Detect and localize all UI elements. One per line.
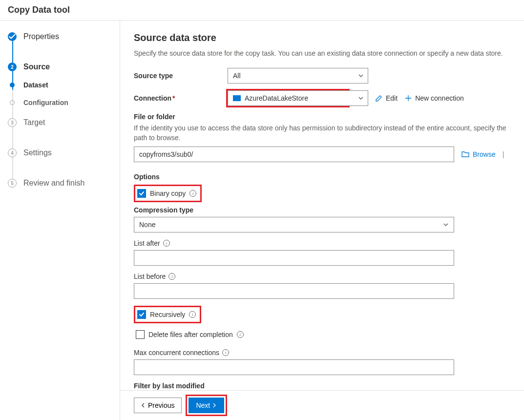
delete-after-checkbox-row: Delete files after completion i <box>134 327 248 342</box>
step-number-icon: 4 <box>8 148 17 157</box>
info-icon[interactable]: i <box>163 240 170 247</box>
page-title: Copy Data tool <box>8 5 516 15</box>
max-conn-label: Max concurrent connections i <box>134 349 510 357</box>
folder-icon <box>461 150 470 159</box>
chevron-down-icon <box>358 73 364 79</box>
info-icon[interactable]: i <box>189 311 196 318</box>
file-or-folder-label: File or folder <box>134 113 510 121</box>
select-value: AzureDataLakeStore <box>245 94 308 102</box>
step-label: Settings <box>23 148 52 157</box>
step-properties[interactable]: Properties <box>8 32 112 41</box>
page-header: Copy Data tool <box>0 0 524 21</box>
wizard-sidebar: Properties 2 Source Dataset Configuratio… <box>0 21 120 420</box>
check-icon <box>139 190 145 196</box>
step-label: Properties <box>23 32 59 41</box>
recursively-checkbox[interactable] <box>137 310 146 319</box>
file-or-folder-help: If the identity you use to access the da… <box>134 124 510 143</box>
file-or-folder-group: File or folder If the identity you use t… <box>134 113 510 162</box>
separator: | <box>503 150 504 158</box>
list-after-label: List after i <box>134 239 510 247</box>
connection-row: Connection* AzureDataLakeStore Edit New … <box>134 90 510 106</box>
filter-label: Filter by last modified <box>134 382 510 390</box>
step-label: Review and finish <box>23 179 84 188</box>
chevron-down-icon <box>358 95 364 101</box>
substep-label: Configuration <box>23 99 68 106</box>
options-label: Options <box>134 173 510 181</box>
step-number-icon: 3 <box>8 118 17 127</box>
max-conn-input[interactable] <box>134 359 454 375</box>
select-value: None <box>139 221 155 229</box>
previous-button[interactable]: Previous <box>134 398 182 413</box>
chevron-down-icon <box>443 222 449 228</box>
path-input[interactable] <box>134 147 454 162</box>
new-connection-button[interactable]: New connection <box>404 94 464 102</box>
list-after-input[interactable] <box>134 250 454 266</box>
connection-label: Connection* <box>134 94 228 102</box>
recursively-label: Recursively <box>150 311 185 318</box>
info-icon[interactable]: i <box>189 190 196 197</box>
chevron-right-icon <box>212 403 217 408</box>
compression-type-select[interactable]: None <box>134 217 454 232</box>
binary-copy-checkbox[interactable] <box>137 189 146 198</box>
source-type-select[interactable]: All <box>228 68 368 84</box>
list-before-group: List before i <box>134 273 510 299</box>
compression-type-label: Compression type <box>134 206 510 214</box>
check-icon <box>139 312 145 317</box>
pencil-icon <box>375 94 383 102</box>
main-panel: Source data store Specify the source dat… <box>120 21 524 390</box>
filter-group: Filter by last modified Start time (UTC)… <box>134 382 510 390</box>
info-icon[interactable]: i <box>168 273 175 280</box>
chevron-left-icon <box>141 403 146 408</box>
list-after-group: List after i <box>134 239 510 266</box>
section-description: Specify the source data store for the co… <box>134 49 510 57</box>
substep-label: Dataset <box>23 81 48 89</box>
recursively-checkbox-row: Recursively i <box>134 306 201 323</box>
binary-copy-checkbox-row: Binary copy i <box>134 185 202 202</box>
plus-icon <box>404 94 412 102</box>
step-source[interactable]: 2 Source <box>8 63 112 71</box>
source-type-row: Source type All <box>134 68 510 84</box>
step-label: Target <box>23 118 45 127</box>
compression-type-group: Compression type None <box>134 206 510 232</box>
edit-connection-button[interactable]: Edit <box>375 94 398 102</box>
check-icon <box>8 32 17 41</box>
options-block: Options Binary copy i <box>134 173 510 202</box>
info-icon[interactable]: i <box>237 331 244 338</box>
step-number-icon: 5 <box>8 179 17 188</box>
delete-after-label: Delete files after completion <box>148 331 233 338</box>
select-value: All <box>233 72 241 80</box>
max-conn-group: Max concurrent connections i <box>134 349 510 375</box>
next-button[interactable]: Next <box>189 398 224 413</box>
connection-select[interactable]: AzureDataLakeStore <box>228 90 368 106</box>
source-type-label: Source type <box>134 72 228 80</box>
dot-icon <box>10 83 15 87</box>
datalake-icon <box>233 95 241 101</box>
content-area: Properties 2 Source Dataset Configuratio… <box>0 21 524 420</box>
step-settings[interactable]: 4 Settings <box>8 148 112 157</box>
list-before-label: List before i <box>134 273 510 280</box>
step-target[interactable]: 3 Target <box>8 118 112 127</box>
step-review[interactable]: 5 Review and finish <box>8 179 112 188</box>
substep-configuration[interactable]: Configuration <box>8 99 112 106</box>
wizard-footer: Previous Next <box>120 390 524 420</box>
info-icon[interactable]: i <box>222 349 229 356</box>
section-title: Source data store <box>134 32 510 43</box>
browse-button[interactable]: Browse <box>461 150 496 159</box>
substep-dataset[interactable]: Dataset <box>8 81 112 89</box>
step-number-icon: 2 <box>8 63 17 71</box>
delete-after-checkbox[interactable] <box>136 330 145 339</box>
binary-copy-label: Binary copy <box>150 189 186 197</box>
list-before-input[interactable] <box>134 283 454 299</box>
step-label: Source <box>23 63 50 71</box>
dot-icon <box>10 100 15 105</box>
